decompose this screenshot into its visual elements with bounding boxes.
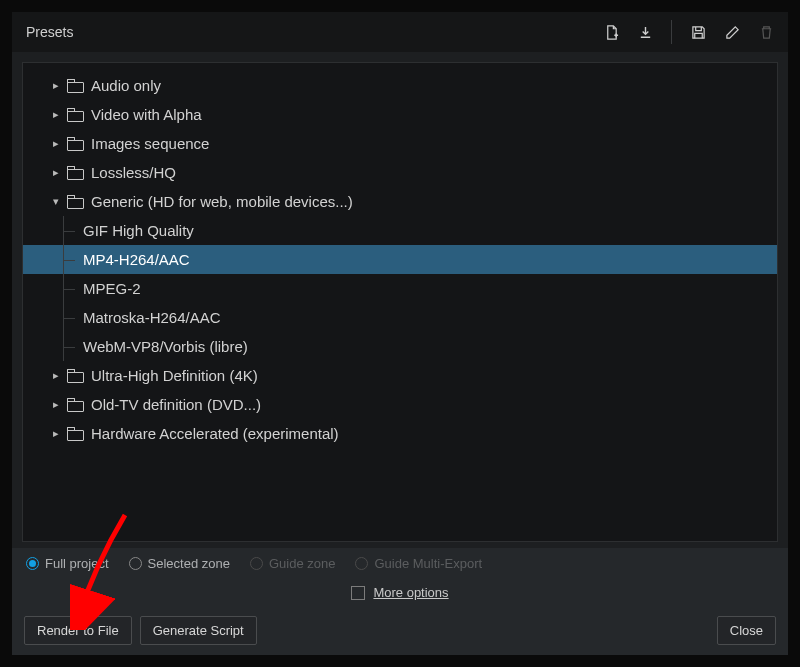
- folder-icon: [67, 427, 83, 440]
- radio-label: Guide Multi-Export: [374, 556, 482, 571]
- tree-folder[interactable]: ▸Ultra-High Definition (4K): [23, 361, 777, 390]
- radio-label: Guide zone: [269, 556, 336, 571]
- tree-folder[interactable]: ▸Video with Alpha: [23, 100, 777, 129]
- header-title: Presets: [26, 24, 73, 40]
- tree-item-label: Generic (HD for web, mobile devices...): [91, 193, 353, 210]
- tree-item-label: MPEG-2: [83, 280, 141, 297]
- folder-icon: [67, 398, 83, 411]
- radio-selected-zone[interactable]: Selected zone: [129, 556, 230, 571]
- folder-icon: [67, 137, 83, 150]
- edit-icon[interactable]: [724, 24, 740, 40]
- folder-icon: [67, 195, 83, 208]
- tree-item-label: Video with Alpha: [91, 106, 202, 123]
- expand-arrow-icon[interactable]: ▸: [51, 427, 61, 440]
- radio-guide-zone: Guide zone: [250, 556, 336, 571]
- delete-icon[interactable]: [758, 24, 774, 40]
- tree-item-label: GIF High Quality: [83, 222, 194, 239]
- tree-item-label: Hardware Accelerated (experimental): [91, 425, 339, 442]
- tree-item[interactable]: MPEG-2: [23, 274, 777, 303]
- radio-dot-icon: [355, 557, 368, 570]
- header-toolbar: [603, 20, 774, 44]
- folder-icon: [67, 369, 83, 382]
- tree-folder[interactable]: ▸Old-TV definition (DVD...): [23, 390, 777, 419]
- tree-item-label: Ultra-High Definition (4K): [91, 367, 258, 384]
- expand-arrow-icon[interactable]: ▸: [51, 398, 61, 411]
- radio-label: Selected zone: [148, 556, 230, 571]
- dialog-header: Presets: [12, 12, 788, 52]
- tree-item-label: WebM-VP8/Vorbis (libre): [83, 338, 248, 355]
- generate-script-button[interactable]: Generate Script: [140, 616, 257, 645]
- tree-item[interactable]: Matroska-H264/AAC: [23, 303, 777, 332]
- more-options-label[interactable]: More options: [373, 585, 448, 600]
- dialog-footer: Render to File Generate Script Close: [12, 610, 788, 655]
- tree-item-label: Matroska-H264/AAC: [83, 309, 221, 326]
- tree-folder[interactable]: ▸Audio only: [23, 71, 777, 100]
- tree-item-label: Old-TV definition (DVD...): [91, 396, 261, 413]
- expand-arrow-icon[interactable]: ▸: [51, 166, 61, 179]
- tree-item-label: MP4-H264/AAC: [83, 251, 190, 268]
- expand-arrow-icon[interactable]: ▸: [51, 79, 61, 92]
- tree-folder[interactable]: ▸Hardware Accelerated (experimental): [23, 419, 777, 448]
- render-to-file-button[interactable]: Render to File: [24, 616, 132, 645]
- tree-item-label: Lossless/HQ: [91, 164, 176, 181]
- download-icon[interactable]: [637, 24, 653, 40]
- tree-folder[interactable]: ▾Generic (HD for web, mobile devices...): [23, 187, 777, 216]
- tree-item[interactable]: WebM-VP8/Vorbis (libre): [23, 332, 777, 361]
- render-dialog: Presets: [12, 12, 788, 655]
- expand-arrow-icon[interactable]: ▸: [51, 108, 61, 121]
- tree-item[interactable]: GIF High Quality: [23, 216, 777, 245]
- save-preset-icon[interactable]: [690, 24, 706, 40]
- tree-folder[interactable]: ▸Lossless/HQ: [23, 158, 777, 187]
- radio-guide-multi-export: Guide Multi-Export: [355, 556, 482, 571]
- more-options-checkbox[interactable]: [351, 586, 365, 600]
- folder-icon: [67, 166, 83, 179]
- folder-icon: [67, 79, 83, 92]
- presets-tree-panel: ▸Audio only▸Video with Alpha▸Images sequ…: [22, 62, 778, 542]
- close-button[interactable]: Close: [717, 616, 776, 645]
- expand-arrow-icon[interactable]: ▸: [51, 369, 61, 382]
- folder-icon: [67, 108, 83, 121]
- new-preset-icon[interactable]: [603, 24, 619, 40]
- toolbar-separator: [671, 20, 672, 44]
- radio-full-project[interactable]: Full project: [26, 556, 109, 571]
- tree-folder[interactable]: ▸Images sequence: [23, 129, 777, 158]
- expand-arrow-icon[interactable]: ▾: [51, 195, 61, 208]
- radio-dot-icon: [26, 557, 39, 570]
- expand-arrow-icon[interactable]: ▸: [51, 137, 61, 150]
- render-mode-radios: Full project Selected zone Guide zone Gu…: [12, 548, 788, 579]
- tree-item[interactable]: MP4-H264/AAC: [23, 245, 777, 274]
- more-options-row: More options: [12, 579, 788, 610]
- radio-dot-icon: [250, 557, 263, 570]
- radio-dot-icon: [129, 557, 142, 570]
- tree-item-label: Audio only: [91, 77, 161, 94]
- radio-label: Full project: [45, 556, 109, 571]
- presets-tree[interactable]: ▸Audio only▸Video with Alpha▸Images sequ…: [23, 63, 777, 448]
- tree-item-label: Images sequence: [91, 135, 209, 152]
